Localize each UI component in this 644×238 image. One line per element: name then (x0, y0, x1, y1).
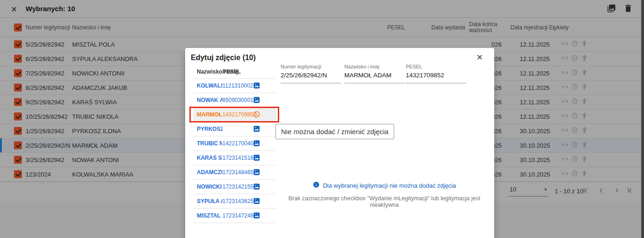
person-pesel: 17231484651 (222, 169, 253, 176)
person-name-link[interactable]: MISZTAL P... (197, 212, 222, 219)
person-list-item[interactable]: PYRKOSZ IL... (193, 122, 276, 136)
person-pesel: 11213100021 (222, 82, 253, 89)
field-label: PESEL (406, 64, 466, 69)
edit-photo-dialog: Edytuj zdjęcie (10) ✕ Nazwisko i imię PE… (185, 48, 494, 238)
person-name-link[interactable]: NOWAK AN... (197, 97, 222, 103)
person-list-header: Nazwisko i imię PESEL (193, 68, 276, 79)
close-dialog-button[interactable]: ✕ (476, 53, 483, 62)
person-list: KOLWALSK... 11213100021 NOWAK AN... 8509… (193, 79, 276, 223)
person-pesel: 17231472489 (222, 212, 253, 219)
person-name-link[interactable]: NOWICKI A... (197, 184, 222, 190)
person-list-item[interactable]: MISZTAL P... 17231472489 (193, 209, 276, 223)
close-icon: ✕ (476, 53, 483, 62)
photo-icon[interactable] (253, 183, 261, 191)
info-title-text: Dla wybranej legitymacji nie można dodać… (323, 182, 456, 189)
pesel-field[interactable]: PESEL 14321709852 (406, 64, 466, 83)
person-pesel: 14221700409 (222, 140, 253, 147)
person-name-link[interactable]: KOLWALSK... (197, 82, 222, 89)
person-list-item[interactable]: TRUBIC NIK... 14221700409 (193, 136, 276, 151)
photo-icon[interactable] (253, 168, 261, 177)
person-name-link[interactable]: PYRKOSZ IL... (197, 126, 222, 132)
field-value[interactable]: 14321709852 (406, 72, 466, 79)
person-name-link[interactable]: SYPUŁA AL... (197, 198, 222, 204)
window-edge (641, 0, 644, 238)
photo-icon[interactable] (253, 211, 261, 220)
info-message-title: Dla wybranej legitymacji nie można dodać… (278, 181, 490, 190)
person-name-link[interactable]: KARAŚ SYL... (197, 155, 222, 161)
person-list-item[interactable]: NOWICKI A... 17231421551 (193, 180, 276, 194)
dialog-title: Edytuj zdjęcie (10) (191, 54, 256, 62)
person-list-item[interactable]: SYPUŁA AL... 17231436252 (193, 194, 276, 209)
person-pesel: 17231436252 (222, 198, 253, 204)
person-name-link[interactable]: MARMOŁ A... (197, 111, 222, 118)
list-header-pesel: PESEL (222, 68, 241, 75)
info-icon (313, 181, 320, 190)
field-value[interactable]: MARMOŁ ADAM (344, 72, 405, 79)
photo-icon[interactable] (253, 154, 261, 162)
person-name-link[interactable]: TRUBIC NIK... (197, 140, 222, 147)
photo-icon[interactable] (253, 96, 261, 104)
person-pesel: 17231421551 (222, 184, 253, 190)
photo-icon[interactable] (253, 197, 261, 205)
field-label: Nazwisko i imię (344, 64, 405, 69)
field-label: Numer legitymacji (281, 64, 341, 69)
info-message-subtitle: Brak zaznaczonego checkbox "Wydanie mLeg… (278, 195, 490, 208)
person-pesel: 14321709852 (222, 111, 253, 118)
photo-icon[interactable] (253, 139, 261, 148)
info-message: Dla wybranej legitymacji nie można dodać… (278, 181, 490, 208)
person-pesel: 85090300014 (222, 97, 253, 103)
photo-icon[interactable] (253, 82, 261, 90)
person-list-item[interactable]: KOLWALSK... 11213100021 (193, 79, 276, 93)
person-list-item[interactable]: NOWAK AN... 85090300014 (193, 93, 276, 108)
blocked-icon (253, 110, 261, 119)
field-value[interactable]: 2/25/26/82942/N (281, 72, 341, 79)
person-list-item[interactable]: ADAMCZUK... 17231484651 (193, 165, 276, 180)
person-list-item[interactable]: KARAŚ SYL... 17231415163 (193, 151, 276, 165)
numer-legitymacji-field[interactable]: Numer legitymacji 2/25/26/82942/N (281, 64, 341, 83)
person-name-link[interactable]: ADAMCZUK... (197, 169, 222, 176)
person-list-item[interactable]: MARMOŁ A... 14321709852 (193, 108, 276, 122)
nazwisko-imie-field[interactable]: Nazwisko i imię MARMOŁ ADAM (344, 64, 405, 83)
person-pesel: 17231415163 (222, 155, 253, 161)
tooltip: Nie można dodać / zmienić zdjęcia (275, 124, 394, 139)
photo-icon[interactable] (253, 125, 261, 133)
